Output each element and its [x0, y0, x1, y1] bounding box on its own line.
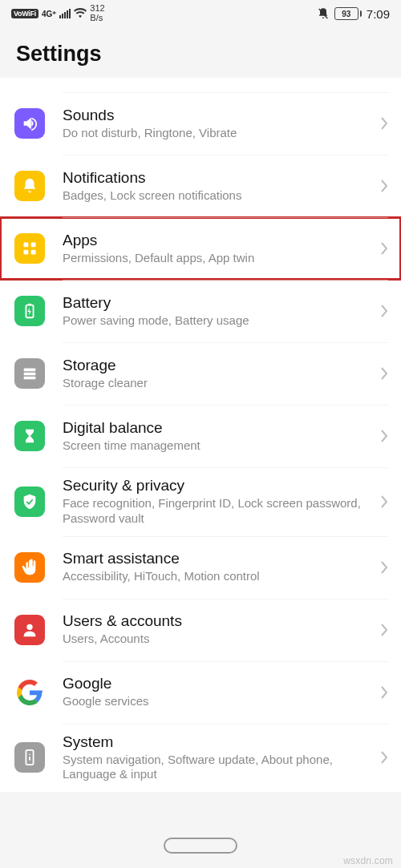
chevron-right-icon: [380, 429, 388, 443]
svg-point-14: [29, 754, 30, 756]
google-icon: [14, 677, 45, 708]
page-header: Settings: [0, 27, 401, 78]
row-subtitle: Screen time management: [63, 438, 372, 454]
row-subtitle: System navigation, Software update, Abou…: [63, 753, 372, 783]
list-item-security[interactable]: Security & privacy Face recognition, Fin…: [0, 467, 401, 536]
row-subtitle: Accessibility, HiTouch, Motion control: [63, 569, 372, 584]
signal-icon: [59, 9, 71, 18]
list-item-smart-assistance[interactable]: Smart assistance Accessibility, HiTouch,…: [0, 536, 401, 599]
wifi-icon: [74, 7, 87, 20]
svg-rect-13: [29, 757, 30, 761]
page-title: Settings: [16, 42, 385, 67]
row-subtitle: Power saving mode, Battery usage: [63, 313, 372, 329]
row-title: System: [63, 733, 372, 751]
data-gen-label: 4G⁺: [42, 10, 56, 18]
mute-icon: [317, 7, 330, 20]
row-title: Smart assistance: [63, 550, 372, 567]
row-title: Storage: [63, 357, 372, 374]
chevron-right-icon: [380, 623, 388, 637]
chevron-right-icon: [380, 495, 388, 509]
battery-indicator: 93: [334, 7, 362, 20]
user-icon: [14, 615, 45, 645]
shield-icon: [14, 486, 45, 517]
row-subtitle: Do not disturb, Ringtone, Vibrate: [63, 126, 372, 141]
list-item-system[interactable]: System System navigation, Software updat…: [0, 724, 401, 793]
list-item-google[interactable]: Google Google services: [0, 661, 401, 724]
battery-icon: [14, 296, 45, 326]
svg-rect-4: [31, 250, 36, 255]
status-left: VoWiFi 4G⁺ 312 B/s: [11, 4, 105, 22]
chevron-right-icon: [380, 179, 388, 193]
nav-home-pill[interactable]: [164, 838, 237, 854]
row-title: Battery: [63, 294, 372, 312]
list-item-apps[interactable]: Apps Permissions, Default apps, App twin: [0, 217, 401, 280]
clock: 7:09: [367, 7, 390, 21]
svg-rect-7: [24, 369, 36, 372]
svg-rect-9: [24, 377, 36, 380]
device-icon: [14, 742, 45, 773]
row-subtitle: Storage cleaner: [63, 376, 372, 391]
svg-rect-6: [28, 304, 31, 305]
hourglass-icon: [14, 421, 45, 451]
settings-list: Sounds Do not disturb, Ringtone, Vibrate…: [0, 75, 401, 792]
svg-rect-8: [24, 373, 36, 376]
svg-point-10: [26, 624, 32, 629]
chevron-right-icon: [380, 560, 388, 575]
list-item-storage[interactable]: Storage Storage cleaner: [0, 342, 401, 405]
row-title: Apps: [63, 232, 372, 249]
row-subtitle: Users, Accounts: [63, 632, 372, 647]
list-item-users[interactable]: Users & accounts Users, Accounts: [0, 599, 401, 661]
row-title: Sounds: [63, 107, 372, 124]
chevron-right-icon: [380, 685, 388, 700]
svg-rect-2: [31, 243, 36, 248]
svg-rect-3: [24, 250, 29, 255]
apps-icon: [14, 233, 45, 264]
sounds-icon: [14, 108, 45, 139]
row-subtitle: Face recognition, Fingerprint ID, Lock s…: [63, 496, 372, 527]
vowifi-badge: VoWiFi: [11, 9, 38, 18]
chevron-right-icon: [380, 750, 388, 765]
row-subtitle: Badges, Lock screen notifications: [63, 188, 372, 204]
chevron-right-icon: [380, 116, 388, 131]
list-item-sounds[interactable]: Sounds Do not disturb, Ringtone, Vibrate: [0, 92, 401, 155]
row-title: Digital balance: [63, 419, 372, 437]
row-subtitle: Google services: [63, 694, 372, 709]
row-title: Security & privacy: [63, 477, 372, 495]
net-speed: 312 B/s: [90, 4, 104, 22]
row-title: Google: [63, 675, 372, 692]
row-title: Users & accounts: [63, 612, 372, 630]
status-right: 93 7:09: [317, 7, 390, 21]
chevron-right-icon: [380, 241, 388, 256]
status-bar: VoWiFi 4G⁺ 312 B/s 93 7:09: [0, 0, 401, 27]
list-item-digital-balance[interactable]: Digital balance Screen time management: [0, 405, 401, 467]
watermark: wsxdn.com: [343, 855, 393, 866]
chevron-right-icon: [380, 304, 388, 318]
svg-rect-1: [24, 243, 29, 248]
row-title: Notifications: [63, 169, 372, 187]
hand-icon: [14, 552, 45, 583]
bell-icon: [14, 171, 45, 201]
list-item-notifications[interactable]: Notifications Badges, Lock screen notifi…: [0, 155, 401, 217]
chevron-right-icon: [380, 366, 388, 381]
storage-icon: [14, 358, 45, 389]
row-subtitle: Permissions, Default apps, App twin: [63, 251, 372, 266]
list-item-battery[interactable]: Battery Power saving mode, Battery usage: [0, 280, 401, 342]
